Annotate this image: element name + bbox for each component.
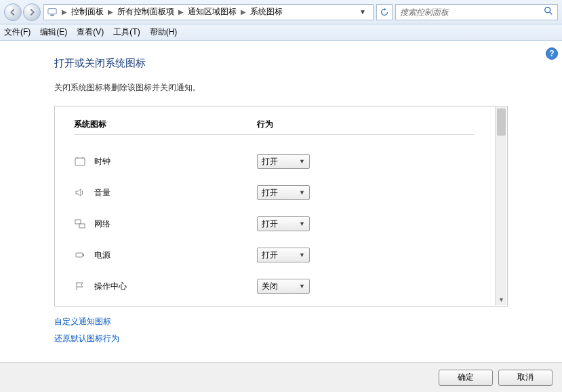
scrollbar[interactable]: ▲ ▼ [495,107,506,305]
nav-buttons [4,3,41,21]
address-dropdown[interactable]: ▼ [355,8,370,16]
cancel-button[interactable]: 取消 [498,370,553,386]
table-header-row: 系统图标 行为 [74,119,488,146]
menu-file[interactable]: 文件(F) [4,26,31,38]
svg-rect-4 [75,158,85,165]
chevron-right-icon: ▶ [241,8,246,16]
svg-line-3 [550,12,553,15]
select-volume[interactable]: 打开 ▼ [257,185,310,200]
refresh-button[interactable] [376,4,393,20]
menu-help[interactable]: 帮助(H) [150,26,178,38]
column-header-icon: 系统图标 [74,119,257,135]
chevron-down-icon: ▼ [299,252,305,258]
chevron-down-icon: ▼ [299,220,305,227]
select-value: 打开 [262,187,278,199]
svg-rect-7 [75,220,81,224]
help-button[interactable]: ? [546,47,558,60]
row-label-action-center: 操作中心 [94,281,127,292]
table-row: 网络 打开 ▼ [74,208,488,239]
search-icon[interactable] [544,6,553,18]
content-area: ? 打开或关闭系统图标 关闭系统图标将删除该图标并关闭通知。 ▲ ▼ 系统图标 … [0,41,562,362]
select-value: 打开 [262,218,278,230]
breadcrumb-control-panel[interactable]: 控制面板 [71,6,104,18]
table-row: 时钟 打开 ▼ [74,146,488,177]
svg-rect-10 [83,254,84,256]
network-icon [74,218,86,230]
menu-view[interactable]: 查看(V) [77,26,104,38]
chevron-down-icon: ▼ [299,158,305,165]
chevron-down-icon: ▼ [299,189,305,196]
svg-rect-1 [50,14,54,16]
chevron-right-icon: ▶ [108,8,113,16]
address-bar: ▶ 控制面板 ▶ 所有控制面板项 ▶ 通知区域图标 ▶ 系统图标 ▼ [0,0,562,24]
select-clock[interactable]: 打开 ▼ [257,154,310,169]
row-label-volume: 音量 [94,187,111,199]
power-icon [74,249,86,261]
breadcrumb-system-icons[interactable]: 系统图标 [250,6,283,18]
volume-icon [74,187,86,199]
forward-button[interactable] [23,3,41,21]
select-value: 打开 [262,156,278,168]
flag-icon [74,280,86,292]
icon-table: ▲ ▼ 系统图标 行为 时钟 打开 ▼ [54,106,508,307]
row-label-network: 网络 [94,218,111,230]
chevron-down-icon: ▼ [299,283,305,290]
search-input[interactable] [400,7,541,17]
svg-rect-0 [48,8,56,14]
breadcrumb-notification-icons[interactable]: 通知区域图标 [188,6,237,18]
table-row: 音量 打开 ▼ [74,177,488,208]
select-power[interactable]: 打开 ▼ [257,248,310,262]
link-area: 自定义通知图标 还原默认图标行为 [54,316,508,345]
scroll-down-icon[interactable]: ▼ [496,294,507,305]
page-subtitle: 关闭系统图标将删除该图标并关闭通知。 [54,82,508,94]
arrow-right-icon [27,7,37,17]
menu-tools[interactable]: 工具(T) [113,26,140,38]
arrow-left-icon [8,7,18,17]
chevron-right-icon: ▶ [178,8,184,16]
chevron-right-icon: ▶ [62,8,67,16]
control-panel-icon [47,7,58,17]
svg-point-2 [545,7,550,13]
table-row: 电源 打开 ▼ [74,239,488,271]
column-header-behavior: 行为 [257,119,474,135]
back-button[interactable] [4,3,22,21]
search-box[interactable] [395,4,558,20]
link-restore-defaults[interactable]: 还原默认图标行为 [54,333,508,345]
svg-rect-9 [76,253,83,257]
select-action-center[interactable]: 关闭 ▼ [257,279,310,294]
ok-button[interactable]: 确定 [439,370,493,386]
row-label-clock: 时钟 [94,156,111,168]
row-label-power: 电源 [94,250,111,261]
menu-edit[interactable]: 编辑(E) [40,26,67,38]
scroll-thumb[interactable] [497,109,506,136]
link-customize-icons[interactable]: 自定义通知图标 [54,316,508,328]
select-value: 关闭 [262,281,278,292]
footer: 确定 取消 [0,362,562,392]
menu-bar: 文件(F) 编辑(E) 查看(V) 工具(T) 帮助(H) [0,24,562,41]
breadcrumb-bar[interactable]: ▶ 控制面板 ▶ 所有控制面板项 ▶ 通知区域图标 ▶ 系统图标 ▼ [43,4,374,20]
breadcrumb-all-items[interactable]: 所有控制面板项 [117,6,174,18]
clock-icon [74,155,86,168]
select-value: 打开 [262,250,278,261]
table-row: 操作中心 关闭 ▼ [74,271,488,302]
select-network[interactable]: 打开 ▼ [257,216,310,231]
page-title: 打开或关闭系统图标 [54,57,508,70]
svg-rect-8 [79,224,85,228]
refresh-icon [380,7,389,17]
